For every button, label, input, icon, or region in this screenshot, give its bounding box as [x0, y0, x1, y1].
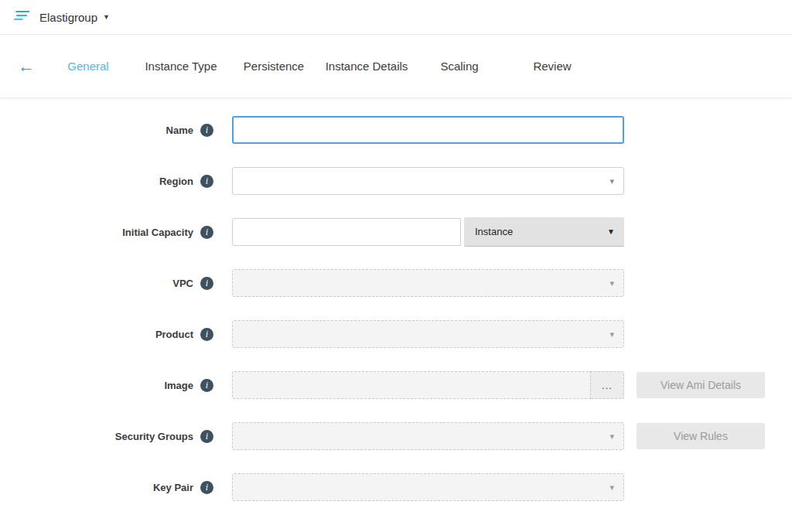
key-pair-label: Key Pair — [0, 482, 193, 493]
tab-instance-details[interactable]: Instance Details — [320, 60, 413, 73]
region-select[interactable]: ▾ — [232, 167, 624, 195]
back-arrow-icon[interactable]: ← — [11, 56, 42, 77]
chevron-down-icon: ▼ — [607, 227, 615, 236]
tab-review[interactable]: Review — [506, 60, 599, 73]
view-rules-button: View Rules — [637, 423, 765, 449]
region-info-icon[interactable]: i — [200, 175, 213, 188]
key-pair-info-icon[interactable]: i — [200, 481, 213, 494]
product-info-icon[interactable]: i — [200, 328, 213, 341]
key-pair-select: ▾ — [232, 473, 624, 501]
name-label: Name — [0, 124, 193, 136]
capacity-unit-select[interactable]: Instance ▼ — [464, 217, 624, 247]
image-label: Image — [0, 380, 193, 391]
security-groups-select: ▾ — [232, 422, 624, 450]
region-row: Region i ▾ — [0, 167, 792, 195]
product-select: ▾ — [232, 320, 624, 348]
chevron-down-icon: ▾ — [609, 483, 614, 493]
image-browse-button: ... — [590, 371, 624, 399]
capacity-unit-value: Instance — [475, 226, 513, 237]
initial-capacity-info-icon[interactable]: i — [200, 226, 213, 239]
security-groups-info-icon[interactable]: i — [200, 430, 213, 443]
tab-general[interactable]: General — [42, 60, 135, 73]
wizard-tab-bar: ← General Instance Type Persistence Inst… — [0, 35, 792, 98]
wizard-tabs: General Instance Type Persistence Instan… — [42, 60, 599, 73]
product-row: Product i ▾ — [0, 320, 792, 348]
image-input — [232, 371, 590, 399]
chevron-down-icon: ▾ — [609, 431, 614, 442]
image-field: ... — [232, 371, 624, 399]
general-form: Name i Region i ▾ Initial Capacity i Ins… — [0, 98, 792, 501]
name-info-icon[interactable]: i — [200, 124, 213, 137]
chevron-down-icon: ▼ — [103, 13, 110, 21]
tab-scaling[interactable]: Scaling — [413, 60, 506, 73]
view-ami-details-button: View Ami Details — [637, 372, 765, 398]
spotinst-logo-icon — [14, 9, 32, 25]
security-groups-row: Security Groups i ▾ View Rules — [0, 422, 792, 450]
app-switcher[interactable]: Elastigroup ▼ — [39, 11, 110, 24]
chevron-down-icon: ▾ — [609, 176, 614, 186]
initial-capacity-input[interactable] — [232, 218, 461, 246]
image-info-icon[interactable]: i — [200, 379, 213, 392]
app-title: Elastigroup — [39, 11, 97, 24]
vpc-select: ▾ — [232, 269, 624, 297]
image-row: Image i ... View Ami Details — [0, 371, 792, 399]
security-groups-label: Security Groups — [0, 431, 193, 442]
initial-capacity-label: Initial Capacity — [0, 227, 193, 238]
name-input[interactable] — [232, 116, 624, 144]
chevron-down-icon: ▾ — [609, 278, 614, 288]
region-label: Region — [0, 176, 193, 187]
tab-instance-type[interactable]: Instance Type — [135, 60, 227, 73]
product-label: Product — [0, 329, 193, 340]
chevron-down-icon: ▾ — [609, 329, 614, 339]
vpc-row: VPC i ▾ — [0, 269, 792, 297]
name-row: Name i — [0, 116, 792, 144]
initial-capacity-row: Initial Capacity i Instance ▼ — [0, 218, 792, 246]
vpc-info-icon[interactable]: i — [200, 277, 213, 290]
key-pair-row: Key Pair i ▾ — [0, 473, 792, 501]
top-bar: Elastigroup ▼ — [0, 0, 792, 35]
vpc-label: VPC — [0, 278, 193, 289]
tab-persistence[interactable]: Persistence — [227, 60, 320, 73]
